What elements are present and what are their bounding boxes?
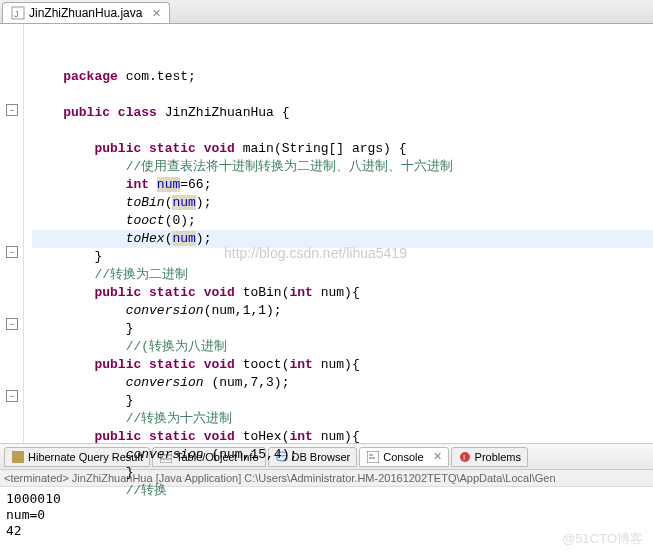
line: public static void main(String[] args) { [32, 141, 407, 156]
line: } [32, 249, 102, 264]
tab-console[interactable]: Console ✕ [359, 447, 448, 467]
gutter: − − − − [0, 24, 24, 443]
line: //(转换为八进制 [32, 339, 227, 354]
editor-tab[interactable]: J JinZhiZhuanHua.java ✕ [2, 2, 170, 23]
current-line: toHex(num); [32, 230, 653, 248]
line: tooct(0); [32, 213, 196, 228]
line: //转换为二进制 [32, 267, 188, 282]
editor-tab-bar: J JinZhiZhuanHua.java ✕ [0, 0, 653, 24]
java-file-icon: J [11, 6, 25, 20]
fold-button[interactable]: − [6, 246, 18, 258]
svg-rect-7 [367, 451, 379, 463]
line: public static void toHex(int num){ [32, 429, 360, 444]
console-icon [366, 450, 380, 464]
line: } [32, 393, 133, 408]
hibernate-icon [11, 450, 25, 464]
close-icon[interactable]: ✕ [152, 7, 161, 20]
line: public class JinZhiZhuanHua { [32, 105, 289, 120]
line: } [32, 465, 133, 480]
tab-filename: JinZhiZhuanHua.java [29, 6, 142, 20]
fold-button[interactable]: − [6, 390, 18, 402]
line: toBin(num); [32, 195, 211, 210]
line: //转换为十六进制 [32, 411, 232, 426]
code-content[interactable]: http://blog.csdn.net/lihua5419 package c… [24, 24, 653, 443]
fold-button[interactable]: − [6, 318, 18, 330]
line: int num=66; [32, 177, 211, 192]
line: conversion(num,1,1); [32, 303, 282, 318]
close-icon[interactable]: ✕ [433, 450, 442, 463]
line: conversion (num,7,3); [32, 375, 289, 390]
editor-area: − − − − http://blog.csdn.net/lihua5419 p… [0, 24, 653, 444]
line: conversion (num,15,4); [32, 447, 297, 462]
svg-text:!: ! [463, 453, 465, 462]
line: public static void tooct(int num){ [32, 357, 360, 372]
svg-rect-2 [12, 451, 24, 463]
line: //使用查表法将十进制转换为二进制、八进制、十六进制 [32, 159, 453, 174]
fold-button[interactable]: − [6, 104, 18, 116]
line: //转换 [32, 483, 167, 498]
line: package com.test; [32, 69, 196, 84]
line: } [32, 321, 133, 336]
tab-problems[interactable]: ! Problems [451, 447, 528, 467]
line: public static void toBin(int num){ [32, 285, 360, 300]
svg-text:J: J [14, 9, 19, 19]
problems-icon: ! [458, 450, 472, 464]
